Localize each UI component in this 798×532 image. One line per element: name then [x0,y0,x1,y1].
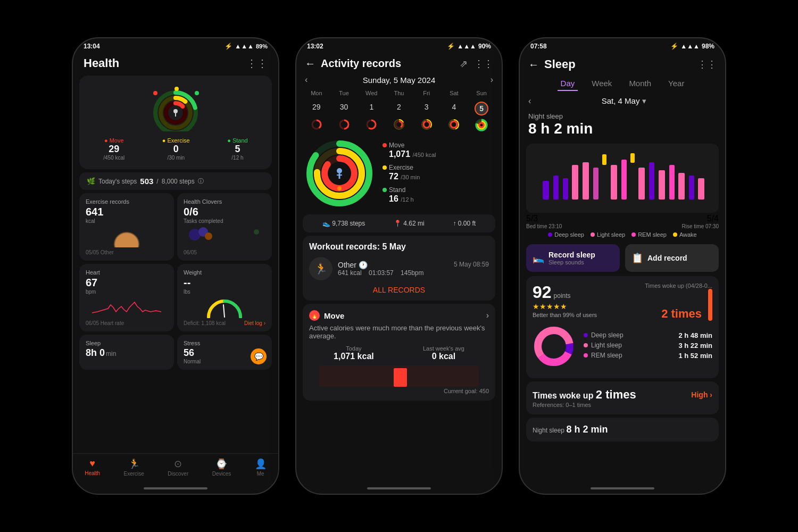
health-header: Health ⋮⋮ [73,52,278,72]
stress-badge: 💬 [251,348,267,364]
sleep-value-row: 8h 0 min [86,347,168,359]
sleep-tab-month[interactable]: Month [626,77,654,91]
week-day-tue: Tue [330,89,358,97]
back-arrow-3[interactable]: ← [528,59,539,71]
week-ring-2 [385,119,413,131]
record-sleep-btn[interactable]: 🛌 Record sleep Sleep sounds [526,244,620,272]
sleep-chart-dates: 5/3 Bed time 23:10 5/4 Rise time 07:30 [520,214,725,229]
workout-date: 5 May 08:59 [454,261,489,269]
move-fire-icon: 🔥 [309,310,320,321]
workout-type: Other 🕐 [338,261,368,269]
exercise-records-card[interactable]: Exercise records 641 kcal 05/05 Other [79,193,174,261]
exercise-card-title: Exercise records [86,198,168,205]
back-arrow-2[interactable]: ← [305,57,315,70]
health-nav-label: Health [85,470,100,476]
stand-value: 5 [227,144,247,155]
svg-rect-64 [698,178,704,200]
stand-sub: /12 h [227,155,247,161]
stand-stat-info: Stand 16 /12 h [389,185,414,204]
times-woke-left: Times woke up 2 times [533,388,636,402]
health-clovers-card[interactable]: Health Clovers 0/6 Tasks completed 06/05 [177,193,272,261]
sleep-summary: Night sleep 8 h 2 min [520,109,725,140]
distance-val: 4.62 mi [403,220,424,227]
times-ref: References: 0–1 times [533,402,712,408]
week-date-3[interactable]: 3 [413,102,440,115]
move-stat-info: Move 1,071 /450 kcal [389,140,436,159]
clovers-value: 0/6 [184,206,198,218]
cal-prev[interactable]: ‹ [305,75,307,85]
sleep-tab-day[interactable]: Day [558,77,578,91]
distance-item: 📍 4.62 mi [394,220,425,227]
move-today-value: 1,071 kcal [334,352,374,361]
bed-time-label: Bed time 23:10 [526,223,562,229]
nav-discover[interactable]: ⊙ Discover [168,458,188,477]
exercise-label: ● Exercise 0 /30 min [162,137,190,161]
add-record-icon: 📋 [631,252,643,264]
sleep-card[interactable]: Sleep 8h 0 min [79,335,174,370]
week-date-1[interactable]: 1 [358,102,385,115]
move-label: ● Move 29 /450 kcal [103,137,124,161]
svg-point-35 [479,123,484,127]
sleep-score-card: 92 points ★★★★★ Better than 99% of users… [526,276,719,378]
week-date-29[interactable]: 29 [303,102,330,115]
nav-me[interactable]: 👤 Me [255,458,267,477]
score-value-row: 92 points [533,282,597,302]
sleep-scroll: ‹ Sat, 4 May ▾ Night sleep 8 h 2 min [520,93,725,483]
menu-icon-2[interactable]: ⋮⋮ [474,58,493,70]
exercise-stat-label: Exercise [389,164,413,171]
steps-icon-2: 👟 [322,220,332,227]
stress-title: Stress [184,340,265,346]
add-record-label: Add record [647,254,687,262]
week-date-5-today[interactable]: 5 [475,102,488,115]
nav-exercise[interactable]: 🏃 Exercise [124,458,144,477]
elevation-item: ↑ 0.00 ft [453,220,476,227]
home-indicator-1 [73,483,278,494]
add-record-btn[interactable]: 📋 Add record [625,244,719,272]
heart-value-row: 67 [86,277,168,289]
stress-card[interactable]: Stress 56 Normal 💬 [177,335,272,370]
week-ring-5 [468,119,495,131]
cal-next[interactable]: › [491,75,493,85]
score-right: Times woke up (04/28-0... 2 times [645,282,712,321]
sleep-donut-section: Deep sleep 2 h 48 min Light sleep 3 h 22… [533,321,712,372]
move-header: 🔥 Move › [309,310,489,321]
svg-line-11 [223,305,225,317]
nav-devices[interactable]: ⌚ Devices [212,458,231,477]
week-ring-1 [358,119,385,131]
health-menu-dots[interactable]: ⋮⋮ [246,57,268,70]
rem-dot [631,232,636,237]
steps-info-icon: ⓘ [198,177,204,185]
sleep-tab-year[interactable]: Year [665,77,687,91]
share-icon[interactable]: ⇗ [460,58,468,70]
sleep-tabs: Day Week Month Year [520,74,725,93]
exercise-stat-info: Exercise 72 /30 min [389,162,420,181]
all-records-btn[interactable]: ALL RECORDS [309,286,489,294]
sleep-menu-dots[interactable]: ⋮⋮ [697,59,717,70]
week-date-2[interactable]: 2 [385,102,413,115]
week-date-4[interactable]: 4 [440,102,468,115]
legend-deep: Deep sleep [548,231,584,238]
weight-title: Weight [184,269,265,276]
legend-light: Light sleep [591,231,625,238]
times-woke-header: Times woke up (04/28-0... [645,282,712,289]
discover-nav-label: Discover [168,471,188,477]
sleep-tab-week[interactable]: Week [588,77,615,91]
times-high-badge: High › [691,390,712,399]
deep-sleep-stage: Deep sleep 2 h 48 min [584,331,712,339]
svg-rect-51 [572,165,578,200]
week-date-30[interactable]: 30 [330,102,358,115]
sleep-legend: Deep sleep Light sleep REM sleep Awake [520,229,725,240]
svg-point-8 [153,91,157,95]
move-today-label: Today [334,345,374,352]
sleep-date-nav: ‹ Sat, 4 May ▾ [520,93,725,109]
weight-card[interactable]: Weight -- lbs Deficit: 1, [177,264,272,331]
heart-card[interactable]: Heart 67 bpm 06/05 Heart rate [79,264,174,331]
heart-chart-svg [86,297,168,318]
clovers-date: 06/05 [184,250,265,255]
rem-sleep-stage: REM sleep 1 h 52 min [584,352,712,360]
move-stat-label: Move [389,142,404,149]
move-card-arrow: › [486,311,489,320]
steps-count-item: 👟 9,738 steps [322,220,365,227]
workout-title: Workout records: 5 May [309,242,489,252]
nav-health[interactable]: ♥ Health [85,458,100,477]
